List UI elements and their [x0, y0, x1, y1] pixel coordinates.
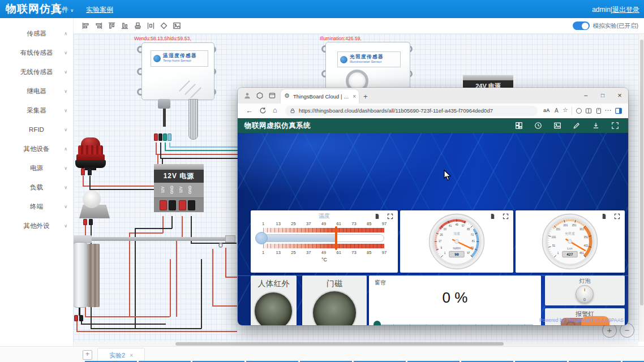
collections-icon[interactable]: [595, 107, 602, 114]
sidebar-item-10[interactable]: 其他外设∨: [0, 216, 73, 235]
workspaces-icon[interactable]: [256, 92, 264, 100]
wire-clip-red[interactable]: [154, 133, 158, 141]
wire: [212, 305, 237, 307]
device-curtain-motor[interactable]: [74, 242, 88, 308]
sidebar-item-6[interactable]: 其他设备∧: [0, 139, 73, 158]
curtain-stem: [79, 308, 80, 316]
wire-clip-red[interactable]: [81, 168, 85, 175]
sidebar-item-7[interactable]: 电源∨: [0, 158, 73, 178]
edge-browser-window[interactable]: ⚙ ThingsBoard Cloud | 仪表板 × + − □ × ← ⌂ …: [238, 88, 628, 325]
experiment-tab[interactable]: 实验2 ×: [97, 348, 145, 362]
menu-file[interactable]: 文件 ∨: [55, 5, 74, 15]
wire-clip-black[interactable]: [79, 315, 83, 321]
device-12v-power[interactable]: 12V 电源 12VGND12VGND: [154, 164, 204, 212]
wire-clip-red[interactable]: [83, 219, 87, 225]
settings-more-icon[interactable]: …: [604, 104, 612, 113]
horizontal-scrollbar[interactable]: [74, 342, 638, 346]
wire: [176, 238, 177, 317]
favorite-star-icon[interactable]: ☆: [563, 106, 568, 114]
sidebar-item-4[interactable]: 采集器∨: [0, 101, 73, 120]
tab-actions-icon[interactable]: [268, 92, 276, 100]
sidebar-item-9[interactable]: 终端∨: [0, 197, 73, 216]
edit-pencil-icon[interactable]: [573, 122, 581, 130]
switch-off-mark: 0: [576, 298, 593, 301]
scrollbar-thumb[interactable]: [640, 40, 643, 305]
home-icon[interactable]: ⌂: [273, 106, 277, 114]
expand-widget-icon[interactable]: [503, 213, 509, 219]
align-top-icon[interactable]: [108, 21, 116, 30]
sidebar-item-8[interactable]: 负载∨: [0, 178, 73, 197]
sidebar-item-5[interactable]: RFID∨: [0, 120, 73, 139]
screenshot-image-icon[interactable]: [553, 122, 561, 130]
sidebar-item-2[interactable]: 无线传感器∨: [0, 62, 73, 81]
close-window-button[interactable]: ×: [611, 88, 628, 104]
translate-icon[interactable]: aA: [543, 107, 550, 113]
wire-clip-black[interactable]: [158, 133, 162, 141]
export-file-icon[interactable]: [601, 213, 607, 219]
refresh-icon[interactable]: [259, 107, 267, 114]
expand-widget-icon[interactable]: [387, 213, 393, 219]
wire: [225, 248, 226, 277]
terminal-clip-black[interactable]: [188, 200, 195, 210]
device-illuminometer-sensor[interactable]: 光照度传感器 Illuminometer Sensor: [325, 42, 410, 92]
dashboards-grid-icon[interactable]: [515, 122, 523, 130]
sidebar-toggle-icon[interactable]: [615, 107, 622, 115]
distribute-horizontal-icon[interactable]: [147, 21, 155, 30]
user-menu[interactable]: admin|退出登录: [592, 5, 639, 15]
expand-widget-icon[interactable]: [614, 213, 620, 219]
back-icon[interactable]: ←: [246, 106, 253, 115]
curtain-slider-track[interactable]: [377, 324, 533, 325]
close-tab-icon[interactable]: ×: [353, 89, 356, 104]
download-icon[interactable]: [592, 122, 600, 130]
align-left-icon[interactable]: [81, 21, 90, 30]
browser-tab[interactable]: ⚙ ThingsBoard Cloud | 仪表板 ×: [281, 89, 359, 104]
device-temp-humi-sensor[interactable]: 温湿度传感器 Temp humi Sensor: [141, 42, 214, 100]
close-icon[interactable]: ×: [130, 352, 133, 359]
wire-clip-teal[interactable]: [163, 133, 167, 141]
terminal-clip-red[interactable]: [160, 200, 167, 210]
simulation-toggle[interactable]: [573, 21, 590, 30]
align-bottom-icon[interactable]: [121, 21, 129, 30]
read-aloud-icon[interactable]: A: [555, 107, 559, 114]
svg-text:Lux: Lux: [567, 247, 573, 250]
terminal-clip-black[interactable]: [169, 200, 176, 210]
address-bar[interactable]: https://thingsboard.cloud/dashboards/all…: [285, 106, 538, 116]
timewindow-clock-icon[interactable]: [534, 122, 542, 130]
wire-clip-red[interactable]: [74, 315, 78, 321]
fullscreen-expand-icon[interactable]: [611, 122, 619, 130]
export-image-icon[interactable]: [173, 21, 181, 30]
terminal-clip-red[interactable]: [179, 200, 186, 210]
maximize-button[interactable]: □: [594, 88, 611, 104]
minimize-button[interactable]: −: [577, 88, 594, 104]
scrollbar-thumb[interactable]: [175, 342, 504, 346]
device-dome-lamp-bulb[interactable]: [83, 190, 101, 208]
wire-clip-black[interactable]: [88, 168, 92, 175]
curtain-rail[interactable]: [85, 237, 235, 241]
vertical-scrollbar[interactable]: [638, 34, 644, 342]
device-name-en: Temp humi Sensor: [163, 59, 191, 62]
export-file-icon[interactable]: [490, 213, 496, 219]
svg-text:97: 97: [467, 252, 470, 255]
stamp-icon[interactable]: [134, 21, 142, 30]
align-right-icon[interactable]: [95, 21, 103, 30]
wire-clip-black[interactable]: [89, 219, 93, 225]
sidebar-item-1[interactable]: 有线传感器∨: [0, 43, 73, 62]
sidebar-item-3[interactable]: 继电器∨: [0, 81, 73, 101]
layers-icon[interactable]: [160, 21, 168, 30]
widget-temperature: 温度 11325374961738597 11325374961738597 °…: [251, 210, 398, 273]
copilot-icon[interactable]: [576, 108, 582, 114]
svg-text:301: 301: [579, 228, 584, 231]
curtain-slider-knob[interactable]: [373, 321, 381, 325]
sidebar-item-label: 其他设备: [24, 145, 50, 153]
tick-label: 37: [306, 221, 311, 226]
wire-clip-blue[interactable]: [168, 133, 171, 141]
svg-text:49: 49: [455, 223, 458, 226]
menu-experiment-cases[interactable]: 实验案例: [86, 5, 113, 15]
export-file-icon[interactable]: [374, 213, 380, 219]
new-tab-button[interactable]: +: [363, 89, 368, 104]
add-experiment-tab-button[interactable]: +: [83, 350, 92, 360]
sidebar-item-0[interactable]: 传感器∧: [0, 24, 73, 43]
split-screen-icon[interactable]: [585, 107, 592, 114]
bulb-rotary-switch[interactable]: I 0: [576, 285, 594, 303]
profile-icon[interactable]: [243, 92, 251, 100]
